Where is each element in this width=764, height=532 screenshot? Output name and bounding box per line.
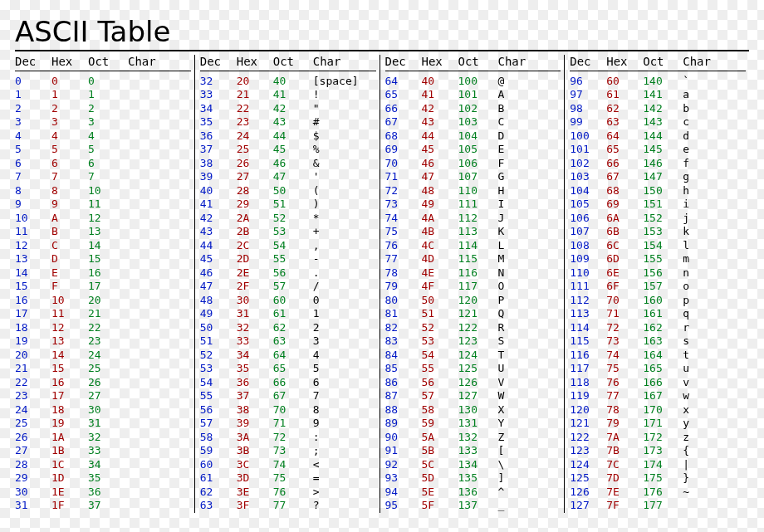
cell-char: # (313, 115, 363, 129)
cell-hex: 5 (51, 143, 88, 157)
cell-char: > (313, 486, 363, 500)
cell-dec: 23 (15, 389, 51, 403)
cell-oct: 3 (88, 115, 128, 129)
table-row: 6844104D (385, 129, 561, 144)
cell-oct: 41 (273, 88, 313, 102)
cell-hex: 45 (422, 143, 458, 157)
cell-char: v (683, 376, 732, 390)
cell-oct: 112 (458, 212, 498, 226)
cell-oct: 167 (643, 389, 683, 403)
cell-oct: 175 (643, 471, 683, 486)
cell-oct: 53 (273, 225, 313, 239)
cell-hex: 5A (422, 431, 458, 445)
cell-char: K (498, 225, 548, 239)
cell-char: S (498, 334, 548, 349)
cell-oct: 162 (643, 321, 683, 335)
cell-char: X (498, 403, 548, 417)
cell-dec: 52 (200, 349, 237, 363)
cell-dec: 77 (385, 252, 422, 266)
cell-hex: 3C (237, 458, 273, 472)
cell-hex: 64 (606, 129, 643, 144)
table-row: 10266146f (570, 157, 746, 171)
cell-char: W (498, 389, 548, 403)
cell-dec: 66 (385, 102, 422, 116)
cell-hex: 38 (237, 403, 273, 417)
cell-oct: 101 (458, 88, 498, 102)
cell-char: ? (313, 499, 363, 513)
cell-char (128, 334, 178, 349)
cell-oct: 61 (273, 307, 313, 321)
cell-dec: 2 (15, 102, 51, 116)
cell-hex: 8 (51, 184, 88, 198)
header-dec: Dec (570, 55, 606, 69)
table-row: 5234644 (200, 349, 376, 363)
table-row: 633F77? (200, 499, 376, 513)
cell-oct: 130 (458, 403, 498, 417)
cell-char: ] (498, 471, 548, 486)
cell-hex: 17 (51, 389, 88, 403)
table-row: 4830600 (200, 294, 376, 308)
cell-dec: 1 (15, 88, 51, 102)
header-char: Char (683, 55, 732, 69)
cell-oct: 134 (458, 458, 498, 472)
cell-char: j (683, 212, 732, 226)
table-row: 1076B153k (570, 225, 746, 239)
cell-oct: 47 (273, 170, 313, 184)
header-hex: Hex (606, 55, 643, 69)
cell-dec: 110 (570, 266, 606, 281)
table-row: 5335655 (200, 362, 376, 376)
cell-char: y (683, 417, 732, 431)
table-row: 5739719 (200, 417, 376, 431)
cell-dec: 22 (15, 376, 51, 390)
cell-hex: 44 (422, 129, 458, 144)
cell-dec: 58 (200, 431, 237, 445)
cell-hex: 4A (422, 212, 458, 226)
cell-hex: 2D (237, 252, 273, 266)
cell-oct: 24 (88, 349, 128, 363)
cell-hex: 19 (51, 417, 88, 431)
cell-hex: 5F (422, 499, 458, 513)
cell-dec: 126 (570, 486, 606, 500)
cell-char: e (683, 143, 732, 157)
cell-dec: 51 (200, 334, 237, 349)
table-row: 14E16 (15, 266, 191, 281)
cell-dec: 119 (570, 389, 606, 403)
cell-dec: 25 (15, 417, 51, 431)
header-dec: Dec (15, 55, 51, 69)
table-row: 111 (15, 88, 191, 102)
header-dec: Dec (200, 55, 237, 69)
cell-dec: 76 (385, 239, 422, 253)
table-row: 555 (15, 143, 191, 157)
cell-dec: 14 (15, 266, 51, 281)
cell-hex: 1F (51, 499, 88, 513)
table-row: 7349111I (385, 198, 561, 212)
cell-oct: 146 (643, 157, 683, 171)
cell-char: % (313, 143, 363, 157)
cell-hex: 6A (606, 212, 643, 226)
cell-oct: 74 (273, 458, 313, 472)
cell-char (128, 115, 178, 129)
cell-oct: 164 (643, 349, 683, 363)
table-row: 11977167w (570, 389, 746, 403)
cell-hex: 42 (422, 102, 458, 116)
cell-dec: 69 (385, 143, 422, 157)
table-row: 11270160p (570, 294, 746, 308)
cell-dec: 45 (200, 252, 237, 266)
cell-oct: 10 (88, 184, 128, 198)
cell-hex: 22 (237, 102, 273, 116)
cell-dec: 97 (570, 88, 606, 102)
cell-dec: 46 (200, 266, 237, 281)
table-row: 1277F177 (570, 499, 746, 513)
cell-oct: 105 (458, 143, 498, 157)
cell-char: A (498, 88, 548, 102)
cell-dec: 93 (385, 471, 422, 486)
cell-hex: 56 (422, 376, 458, 390)
cell-hex: 4E (422, 266, 458, 281)
cell-dec: 91 (385, 444, 422, 458)
cell-char: / (313, 280, 363, 294)
cell-hex: 53 (422, 334, 458, 349)
cell-dec: 87 (385, 389, 422, 403)
cell-char: O (498, 280, 548, 294)
cell-char: Q (498, 307, 548, 321)
cell-oct: 156 (643, 266, 683, 281)
